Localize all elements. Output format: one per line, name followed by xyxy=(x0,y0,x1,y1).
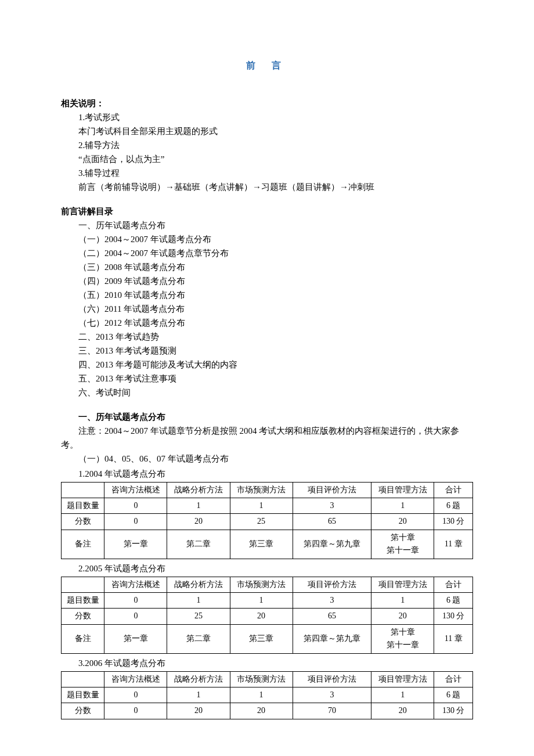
cell: 1 xyxy=(167,498,230,513)
cell: 1 xyxy=(230,592,293,608)
cell: 25 xyxy=(167,609,230,624)
row-label: 备注 xyxy=(62,530,104,559)
table-caption-2005: 2.2005 年试题考点分布 xyxy=(61,561,473,575)
cell: 1 xyxy=(230,687,293,703)
table-header: 项目管理方法 xyxy=(371,577,434,592)
cell: 70 xyxy=(293,703,371,719)
cell: 第十章第十一章 xyxy=(371,624,434,653)
table-header: 项目管理方法 xyxy=(371,671,434,687)
cell: 1 xyxy=(371,687,434,703)
table-row: 咨询方法概述 战略分析方法 市场预测方法 项目评价方法 项目管理方法 合计 xyxy=(62,671,473,687)
toc-item: 三、2013 年考试考题预测 xyxy=(61,344,473,358)
table-row: 分数 0 25 20 65 20 130 分 xyxy=(62,609,473,624)
cell: 第一章 xyxy=(104,530,167,559)
cell: 6 题 xyxy=(434,498,473,513)
table-header: 战略分析方法 xyxy=(167,482,230,498)
table-header: 战略分析方法 xyxy=(167,577,230,592)
cell: 3 xyxy=(293,687,371,703)
cell: 20 xyxy=(167,703,230,719)
toc-item: 四、2013 年考题可能涉及考试大纲的内容 xyxy=(61,358,473,372)
cell: 20 xyxy=(230,703,293,719)
table-row: 咨询方法概述 战略分析方法 市场预测方法 项目评价方法 项目管理方法 合计 xyxy=(62,577,473,592)
toc-item: （四）2009 年试题考点分布 xyxy=(61,274,473,288)
cell: 20 xyxy=(167,514,230,530)
cell: 130 分 xyxy=(434,514,473,530)
cell: 1 xyxy=(230,498,293,513)
toc-item: 五、2013 年考试注意事项 xyxy=(61,372,473,386)
table-header: 咨询方法概述 xyxy=(104,671,167,687)
table-row: 分数 0 20 20 70 20 130 分 xyxy=(62,703,473,719)
table-header: 市场预测方法 xyxy=(230,671,293,687)
cell: 第二章 xyxy=(167,530,230,559)
table-header: 合计 xyxy=(434,482,473,498)
row-label: 备注 xyxy=(62,624,104,653)
toc-item: 六、考试时间 xyxy=(61,386,473,399)
table-header xyxy=(62,482,104,498)
cell: 0 xyxy=(104,703,167,719)
cell: 11 章 xyxy=(434,624,473,653)
section-history: 一、历年试题考点分布 注意：2004～2007 年试题章节分析是按照 2004 … xyxy=(61,410,473,719)
cell: 第一章 xyxy=(104,624,167,653)
cell: 3 xyxy=(293,498,371,513)
table-row: 题目数量 0 1 1 3 1 6 题 xyxy=(62,498,473,513)
cell: 1 xyxy=(371,498,434,513)
toc-item: （五）2010 年试题考点分布 xyxy=(61,288,473,302)
cell: 0 xyxy=(104,687,167,703)
table-header: 项目管理方法 xyxy=(371,482,434,498)
row-label: 分数 xyxy=(62,609,104,624)
cell: 130 分 xyxy=(434,703,473,719)
cell: 3 xyxy=(293,592,371,608)
toc-item: （六）2011 年试题考点分布 xyxy=(61,302,473,316)
cell: 第三章 xyxy=(230,530,293,559)
cell: 1 xyxy=(167,592,230,608)
text-line: 本门考试科目全部采用主观题的形式 xyxy=(61,124,473,138)
cell: 第十章第十一章 xyxy=(371,530,434,559)
cell: 1 xyxy=(167,687,230,703)
toc-item: （二）2004～2007 年试题考点章节分布 xyxy=(61,246,473,260)
cell: 6 题 xyxy=(434,687,473,703)
table-header: 合计 xyxy=(434,671,473,687)
heading-toc: 前言讲解目录 xyxy=(61,204,473,218)
cell: 第二章 xyxy=(167,624,230,653)
toc-item: （三）2008 年试题考点分布 xyxy=(61,260,473,274)
table-header: 咨询方法概述 xyxy=(104,482,167,498)
page-title: 前 言 xyxy=(61,58,473,73)
table-header xyxy=(62,671,104,687)
cell: 第三章 xyxy=(230,624,293,653)
cell: 20 xyxy=(230,609,293,624)
table-row: 备注 第一章 第二章 第三章 第四章～第九章 第十章第十一章 11 章 xyxy=(62,624,473,653)
cell: 0 xyxy=(104,514,167,530)
toc-item: （七）2012 年试题考点分布 xyxy=(61,316,473,330)
row-label: 题目数量 xyxy=(62,592,104,608)
cell: 第四章～第九章 xyxy=(293,624,371,653)
table-header: 战略分析方法 xyxy=(167,671,230,687)
toc-item: 一、历年试题考点分布 xyxy=(61,218,473,232)
section-related-notes: 相关说明： 1.考试形式 本门考试科目全部采用主观题的形式 2.辅导方法 “点面… xyxy=(61,96,473,194)
text-line: “点面结合，以点为主” xyxy=(61,152,473,166)
section-toc: 前言讲解目录 一、历年试题考点分布 （一）2004～2007 年试题考点分布 （… xyxy=(61,204,473,399)
table-row: 分数 0 20 25 65 20 130 分 xyxy=(62,514,473,530)
table-header xyxy=(62,577,104,592)
table-header: 项目评价方法 xyxy=(293,671,371,687)
cell: 第四章～第九章 xyxy=(293,530,371,559)
heading-related: 相关说明： xyxy=(61,96,473,110)
heading-history: 一、历年试题考点分布 xyxy=(61,410,473,424)
table-caption-2006: 3.2006 年试题考点分布 xyxy=(61,656,473,670)
text-line: 2.辅导方法 xyxy=(61,138,473,152)
sub-heading: （一）04、05、06、07 年试题考点分布 xyxy=(61,452,473,466)
cell: 20 xyxy=(371,609,434,624)
cell: 0 xyxy=(104,609,167,624)
cell: 11 章 xyxy=(434,530,473,559)
row-label: 分数 xyxy=(62,703,104,719)
cell: 6 题 xyxy=(434,592,473,608)
cell: 0 xyxy=(104,592,167,608)
row-label: 分数 xyxy=(62,514,104,530)
row-label: 题目数量 xyxy=(62,687,104,703)
table-row: 题目数量 0 1 1 3 1 6 题 xyxy=(62,687,473,703)
cell: 65 xyxy=(293,514,371,530)
table-2004: 咨询方法概述 战略分析方法 市场预测方法 项目评价方法 项目管理方法 合计 题目… xyxy=(61,482,473,559)
text-line: 3.辅导过程 xyxy=(61,166,473,180)
cell: 20 xyxy=(371,703,434,719)
cell: 25 xyxy=(230,514,293,530)
table-header: 项目评价方法 xyxy=(293,482,371,498)
